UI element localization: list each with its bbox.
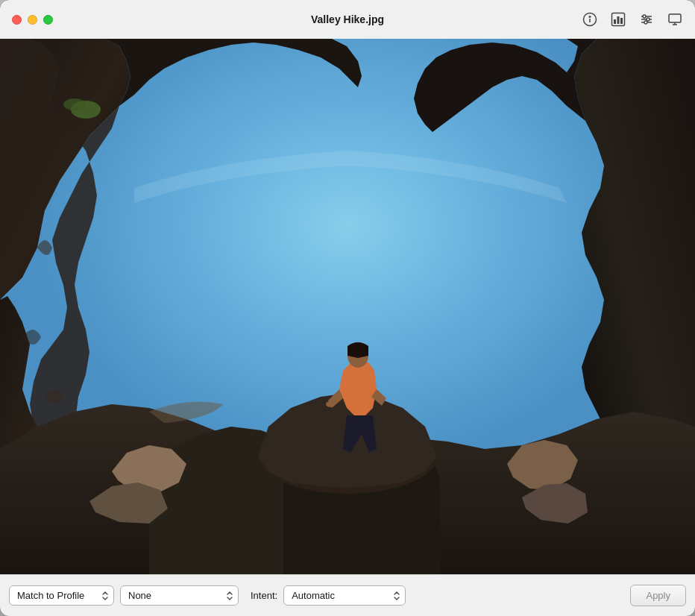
svg-point-21: [326, 401, 335, 407]
toolbar-icons: [582, 11, 683, 28]
profile-select[interactable]: None sRGB IEC61966-2.1 Adobe RGB (1998) …: [120, 585, 239, 606]
titlebar: Valley Hike.jpg: [0, 0, 695, 39]
none-select-wrapper[interactable]: None sRGB IEC61966-2.1 Adobe RGB (1998) …: [120, 585, 239, 606]
bottombar: Match to Profile Assign Profile Convert …: [0, 574, 695, 616]
close-button[interactable]: [12, 15, 22, 25]
app-window: Valley Hike.jpg: [0, 0, 695, 616]
svg-point-12: [644, 21, 647, 24]
svg-point-18: [63, 98, 86, 110]
intent-select[interactable]: Automatic Perceptual Saturation Relative…: [283, 585, 406, 606]
photo-image: [0, 39, 695, 574]
minimize-button[interactable]: [28, 15, 37, 25]
info-icon[interactable]: [582, 11, 598, 28]
svg-rect-6: [620, 18, 623, 24]
svg-rect-5: [617, 16, 620, 24]
image-area: [0, 39, 695, 574]
match-to-profile-wrapper[interactable]: Match to Profile Assign Profile Convert …: [9, 585, 114, 606]
intent-label: Intent:: [251, 590, 277, 601]
traffic-lights: [12, 15, 53, 25]
intent-select-wrapper[interactable]: Automatic Perceptual Saturation Relative…: [283, 585, 406, 606]
svg-point-2: [589, 16, 591, 18]
match-to-profile-select[interactable]: Match to Profile Assign Profile Convert …: [9, 585, 114, 606]
adjustments-icon[interactable]: [638, 11, 655, 28]
window-title: Valley Hike.jpg: [311, 13, 384, 25]
maximize-button[interactable]: [43, 15, 53, 25]
svg-point-10: [643, 15, 646, 18]
svg-point-11: [647, 18, 650, 21]
histogram-icon[interactable]: [610, 11, 626, 28]
svg-rect-4: [614, 19, 616, 24]
apply-button[interactable]: Apply: [630, 585, 686, 606]
svg-rect-13: [669, 14, 681, 22]
display-icon[interactable]: [667, 11, 683, 28]
